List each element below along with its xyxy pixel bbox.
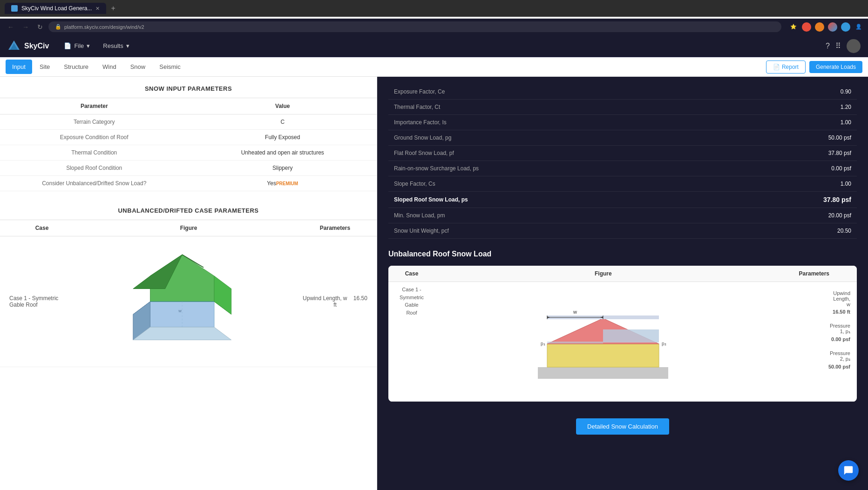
result-value: 1.00 xyxy=(721,115,857,130)
svg-rect-16 xyxy=(538,367,668,379)
results-chevron-icon: ▾ xyxy=(126,42,129,49)
figure-header: Figure xyxy=(435,266,772,282)
user-avatar[interactable] xyxy=(847,39,861,53)
left-panel: SNOW INPUT PARAMETERS Parameter Value Te… xyxy=(0,77,377,490)
case-name: Case 1 - Symmetric Gable Roof xyxy=(0,236,84,367)
svg-text:w: w xyxy=(573,309,577,315)
ext-icon-2 xyxy=(815,22,824,32)
result-value: 0.00 psf xyxy=(721,161,857,176)
tab-input[interactable]: Input xyxy=(6,60,32,74)
report-icon: 📄 xyxy=(773,64,780,70)
apps-icon[interactable]: ⠿ xyxy=(835,41,841,50)
table-row: Terrain Category C xyxy=(0,114,377,130)
tab-title: SkyCiv Wind Load Genera... xyxy=(21,5,92,12)
param-label: Terrain Category xyxy=(0,114,189,130)
params-col-header: Parameters xyxy=(293,220,377,236)
upwind-param: UpwindLength,w 16.50 ft xyxy=(778,290,850,315)
table-row: Slope Factor, Cs 1.00 xyxy=(388,176,857,192)
table-row: Sloped Roof Condition Slippery xyxy=(0,161,377,176)
param-value: Unheated and open air structures xyxy=(189,145,377,161)
detailed-snow-calculation-button[interactable]: Detailed Snow Calculation xyxy=(576,418,669,435)
bookmark-icon: ⭐ xyxy=(789,22,798,32)
p2-value: 50.00 psf xyxy=(778,364,850,369)
url-text: platform.skyciv.com/design/wind/v2 xyxy=(64,24,144,30)
reload-button[interactable]: ↻ xyxy=(34,22,46,32)
table-row: Rain-on-snow Surcharge Load, ps 0.00 psf xyxy=(388,161,857,176)
param-label: Consider Unbalanced/Drifted Snow Load? xyxy=(0,176,189,191)
results-menu[interactable]: Results ▾ xyxy=(97,40,135,52)
chat-icon xyxy=(843,465,854,476)
logo-svg xyxy=(7,40,20,53)
pressure2-param: Pressure2, p₂ 50.00 psf xyxy=(778,350,850,369)
param-label: Exposure Condition of Roof xyxy=(0,130,189,145)
table-row: Flat Roof Snow Load, pf 37.80 psf xyxy=(388,146,857,161)
table-row: Snow Unit Weight, pcf 20.50 xyxy=(388,223,857,239)
table-row: Thermal Factor, Ct 1.20 xyxy=(388,100,857,115)
new-tab-button[interactable]: + xyxy=(108,4,118,13)
table-row: Consider Unbalanced/Drifted Snow Load? Y… xyxy=(0,176,377,191)
svg-rect-19 xyxy=(547,342,603,343)
unbalanced-section-title: UNBALANCED/DRIFTED CASE PARAMETERS xyxy=(0,199,377,220)
p1-value: 0.00 psf xyxy=(778,336,850,342)
file-chevron-icon: ▾ xyxy=(87,42,90,49)
generate-loads-button[interactable]: Generate Loads xyxy=(809,61,862,73)
case-cell: Case 1 - Symmetric Gable Roof xyxy=(388,282,435,402)
upwind-value: 16.50 ft xyxy=(778,309,850,315)
table-row: Exposure Factor, Ce 0.90 xyxy=(388,84,857,100)
header-right: ? ⠿ xyxy=(826,39,861,53)
tab-seismic[interactable]: Seismic xyxy=(153,60,187,74)
param-value: C xyxy=(189,114,377,130)
profile-icon: 👤 xyxy=(854,22,863,32)
chat-bubble-button[interactable] xyxy=(838,460,859,481)
house-figure: w xyxy=(84,236,293,367)
ext-icon-3 xyxy=(828,22,837,32)
result-value: 1.20 xyxy=(721,100,857,115)
svg-rect-22 xyxy=(603,315,659,319)
table-row: Importance Factor, Is 1.00 xyxy=(388,115,857,130)
help-icon[interactable]: ? xyxy=(826,42,830,50)
table-row: Exposure Condition of Roof Fully Exposed xyxy=(0,130,377,145)
table-row: Ground Snow Load, pg 50.00 psf xyxy=(388,130,857,146)
tab-wind[interactable]: Wind xyxy=(96,60,123,74)
tab-site[interactable]: Site xyxy=(33,60,56,74)
svg-rect-17 xyxy=(547,344,659,367)
active-tab[interactable]: SkyCiv Wind Load Genera... ✕ xyxy=(5,3,106,14)
results-table: Exposure Factor, Ce 0.90 Thermal Factor,… xyxy=(388,84,857,239)
figure-cell: w xyxy=(84,236,293,367)
main-content: SNOW INPUT PARAMETERS Parameter Value Te… xyxy=(0,77,868,490)
right-panel: Exposure Factor, Ce 0.90 Thermal Factor,… xyxy=(377,77,868,490)
report-button[interactable]: 📄 Report xyxy=(766,60,806,74)
pressure1-param: Pressure1, p₁ 0.00 psf xyxy=(778,323,850,342)
tab-close-icon[interactable]: ✕ xyxy=(95,6,100,12)
file-menu-label: 📄 xyxy=(64,42,71,49)
svg-text:p₂: p₂ xyxy=(662,341,666,346)
report-label: Report xyxy=(782,64,799,70)
param-label: Sloped Roof Condition xyxy=(0,161,189,176)
ext-icon-1 xyxy=(802,22,811,32)
table-row-highlighted: Sloped Roof Snow Load, ps 37.80 psf xyxy=(388,192,857,208)
back-button[interactable]: ← xyxy=(5,22,17,32)
result-label: Exposure Factor, Ce xyxy=(388,84,721,100)
result-value: 20.00 psf xyxy=(721,208,857,223)
file-menu[interactable]: 📄 File ▾ xyxy=(58,40,95,52)
figure-col-header: Figure xyxy=(84,220,293,236)
table-header-row: Case Figure Parameters xyxy=(388,266,857,282)
nav-right-actions: 📄 Report Generate Loads xyxy=(766,60,862,74)
table-row: Thermal Condition Unheated and open air … xyxy=(0,145,377,161)
svg-text:w: w xyxy=(178,309,182,313)
nav-tabs-bar: Input Site Structure Wind Snow Seismic 📄… xyxy=(0,57,868,77)
result-value: 37.80 psf xyxy=(721,146,857,161)
tab-structure[interactable]: Structure xyxy=(57,60,95,74)
tab-snow[interactable]: Snow xyxy=(124,60,152,74)
address-bar[interactable]: 🔒 platform.skyciv.com/design/wind/v2 xyxy=(48,21,781,32)
result-label: Sloped Roof Snow Load, ps xyxy=(388,192,721,208)
result-label: Thermal Factor, Ct xyxy=(388,100,721,115)
result-label: Rain-on-snow Surcharge Load, ps xyxy=(388,161,721,176)
params-cell: Upwind Length, w 16.50 ft xyxy=(293,236,377,367)
forward-button[interactable]: → xyxy=(20,22,32,32)
value-col-header: Value xyxy=(189,98,377,114)
result-value: 0.90 xyxy=(721,84,857,100)
result-label: Importance Factor, Is xyxy=(388,115,721,130)
case-header: Case xyxy=(388,266,435,282)
unbalanced-results-card: Case Figure Parameters Case 1 - Symmetri… xyxy=(388,266,857,402)
